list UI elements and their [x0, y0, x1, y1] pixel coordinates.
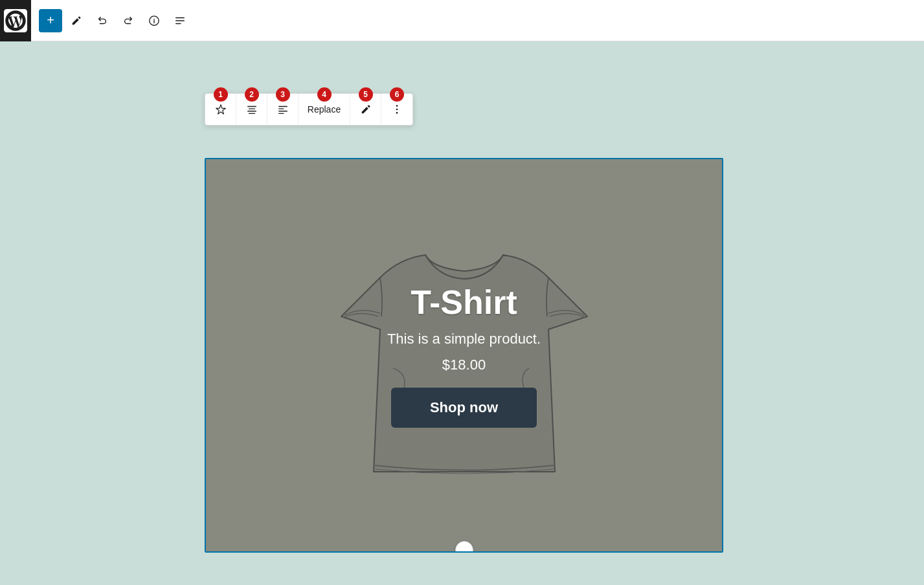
badge-1: 1 [214, 87, 228, 102]
product-block[interactable]: T-Shirt This is a simple product. $18.00… [205, 158, 723, 553]
product-price: $18.00 [442, 357, 486, 373]
align-center-icon [246, 104, 258, 115]
align-center-button[interactable]: 2 [236, 94, 267, 125]
more-options-icon [391, 104, 403, 115]
save-reusable-button[interactable]: 1 [205, 94, 236, 125]
badge-4: 4 [317, 87, 332, 102]
badge-2: 2 [245, 87, 259, 102]
block-toolbar: 1 2 3 4 Replace 5 [205, 93, 413, 126]
main-canvas: 1 2 3 4 Replace 5 [0, 41, 924, 585]
wp-logo[interactable] [0, 0, 31, 41]
star-icon [215, 104, 227, 115]
align-left-button[interactable]: 3 [267, 94, 299, 125]
product-description: This is a simple product. [387, 331, 541, 348]
more-options-button[interactable]: 6 [381, 94, 412, 125]
top-toolbar: + [0, 0, 924, 41]
info-button[interactable] [142, 9, 166, 32]
undo-button[interactable] [91, 9, 114, 32]
replace-button[interactable]: 4 Replace [299, 94, 350, 125]
add-block-button[interactable]: + [39, 9, 62, 32]
badge-3: 3 [276, 87, 290, 102]
pencil-icon [360, 104, 372, 115]
svg-point-4 [396, 112, 398, 114]
edit-mode-button[interactable] [65, 9, 88, 32]
badge-6: 6 [390, 87, 404, 102]
product-info-overlay: T-Shirt This is a simple product. $18.00… [387, 283, 541, 428]
product-block-inner: T-Shirt This is a simple product. $18.00… [206, 159, 722, 551]
redo-button[interactable] [117, 9, 140, 32]
shop-now-button[interactable]: Shop now [391, 388, 537, 428]
edit-pencil-button[interactable]: 5 [350, 94, 381, 125]
badge-5: 5 [359, 87, 373, 102]
align-left-icon [277, 104, 289, 115]
replace-label: Replace [308, 104, 341, 115]
product-title: T-Shirt [411, 283, 517, 322]
document-overview-button[interactable] [168, 9, 192, 32]
svg-point-2 [396, 105, 398, 107]
svg-point-3 [396, 109, 398, 111]
